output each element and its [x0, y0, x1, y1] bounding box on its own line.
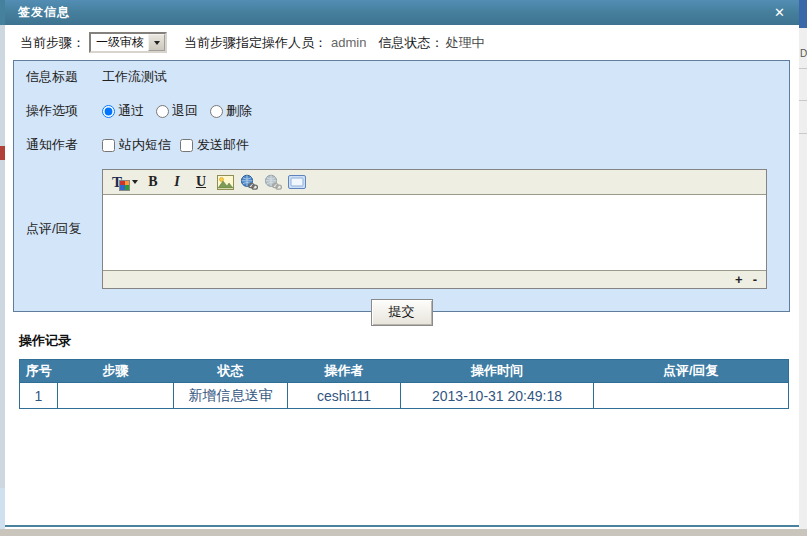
select-dropdown-button[interactable]	[148, 34, 165, 51]
operator-value: admin	[331, 35, 366, 50]
action-options-row: 操作选项 通过 退回 删除	[14, 102, 789, 120]
comment-label: 点评/回复	[14, 220, 102, 238]
editor-content[interactable]	[103, 195, 766, 270]
link-icon	[240, 174, 258, 190]
italic-icon: I	[174, 174, 179, 190]
radio-approve[interactable]	[102, 105, 115, 118]
insert-image-button[interactable]	[214, 172, 236, 192]
radio-approve-label: 通过	[118, 102, 144, 120]
records-header-row: 序号 步骤 状态 操作者 操作时间 点评/回复	[20, 360, 789, 383]
background-text-fragment: D	[800, 48, 807, 59]
col-comment: 点评/回复	[594, 360, 789, 383]
operator-label: 当前步骤指定操作人员：	[184, 34, 327, 52]
dropdown-arrow-icon	[154, 41, 160, 48]
comment-row: 点评/回复 T B I	[14, 169, 789, 289]
table-row: 1 新增信息送审 ceshi111 2013-10-31 20:49:18	[20, 383, 789, 409]
radio-delete[interactable]	[210, 105, 223, 118]
checkbox-site-message[interactable]	[102, 139, 115, 152]
checkbox-send-email[interactable]	[180, 139, 193, 152]
cell-time: 2013-10-31 20:49:18	[401, 383, 594, 409]
screen: D 签发信息 ✕ 当前步骤： 一级审核 当前步骤指定操作人员： admin 信息…	[0, 0, 807, 536]
checkbox-send-email-label: 发送邮件	[197, 136, 249, 154]
notify-author-label: 通知作者	[14, 136, 102, 154]
background-line	[799, 68, 807, 69]
submit-button[interactable]: 提交	[371, 299, 433, 326]
editor-resize-bar: + -	[103, 270, 766, 288]
radio-return-label: 退回	[172, 102, 198, 120]
editor-toolbar: T B I U	[103, 170, 766, 195]
insert-frame-button[interactable]	[286, 172, 308, 192]
editor-shrink-button[interactable]: -	[753, 273, 757, 286]
frame-icon	[288, 175, 306, 189]
background-page-right-edge: D	[799, 0, 807, 536]
current-step-select[interactable]: 一级审核	[89, 32, 167, 53]
background-line	[799, 100, 807, 101]
unlink-icon	[264, 174, 282, 190]
editor-grow-button[interactable]: +	[735, 273, 743, 286]
col-step: 步骤	[58, 360, 174, 383]
radio-delete-label: 删除	[226, 102, 252, 120]
remove-link-button[interactable]	[262, 172, 284, 192]
approval-form-panel: 信息标题 工作流测试 操作选项 通过 退回 删除 通知作者	[13, 60, 790, 312]
background-segment	[799, 0, 807, 28]
rich-text-editor: T B I U	[102, 169, 767, 289]
info-title-value: 工作流测试	[102, 68, 167, 86]
italic-button[interactable]: I	[166, 172, 188, 192]
cell-step	[58, 383, 174, 409]
info-title-label: 信息标题	[14, 68, 102, 86]
col-seq: 序号	[20, 360, 58, 383]
cell-seq: 1	[20, 383, 58, 409]
col-time: 操作时间	[401, 360, 594, 383]
bold-button[interactable]: B	[142, 172, 164, 192]
records-heading: 操作记录	[19, 332, 799, 350]
underline-button[interactable]: U	[190, 172, 212, 192]
underline-icon: U	[196, 174, 206, 190]
insert-link-button[interactable]	[238, 172, 260, 192]
image-icon	[217, 175, 234, 190]
dialog-title: 签发信息	[18, 4, 70, 21]
current-step-select-value: 一级审核	[91, 34, 148, 51]
cell-operator: ceshi111	[288, 383, 401, 409]
font-color-button[interactable]: T	[112, 172, 138, 192]
background-line	[799, 133, 807, 134]
dialog-titlebar: 签发信息 ✕	[5, 0, 799, 25]
dropdown-arrow-icon	[132, 180, 138, 187]
col-status: 状态	[174, 360, 288, 383]
cell-comment	[594, 383, 789, 409]
bold-icon: B	[148, 174, 157, 190]
info-title-row: 信息标题 工作流测试	[14, 68, 789, 86]
col-operator: 操作者	[288, 360, 401, 383]
color-palette-icon	[120, 181, 129, 190]
status-value: 处理中	[445, 34, 484, 52]
issue-info-dialog: 签发信息 ✕ 当前步骤： 一级审核 当前步骤指定操作人员： admin 信息状态…	[5, 0, 799, 527]
action-options-label: 操作选项	[14, 102, 102, 120]
submit-row: 提交	[14, 299, 789, 326]
background-page-bottom-edge	[0, 529, 807, 536]
records-table: 序号 步骤 状态 操作者 操作时间 点评/回复 1 新增信息送审 ceshi11…	[19, 359, 789, 409]
notify-author-row: 通知作者 站内短信 发送邮件	[14, 136, 789, 154]
status-label: 信息状态：	[378, 34, 443, 52]
close-icon[interactable]: ✕	[774, 6, 785, 19]
radio-return[interactable]	[156, 105, 169, 118]
cell-status: 新增信息送审	[174, 383, 288, 409]
current-step-bar: 当前步骤： 一级审核 当前步骤指定操作人员： admin 信息状态： 处理中	[5, 25, 799, 60]
checkbox-site-message-label: 站内短信	[119, 136, 171, 154]
current-step-label: 当前步骤：	[20, 34, 85, 52]
